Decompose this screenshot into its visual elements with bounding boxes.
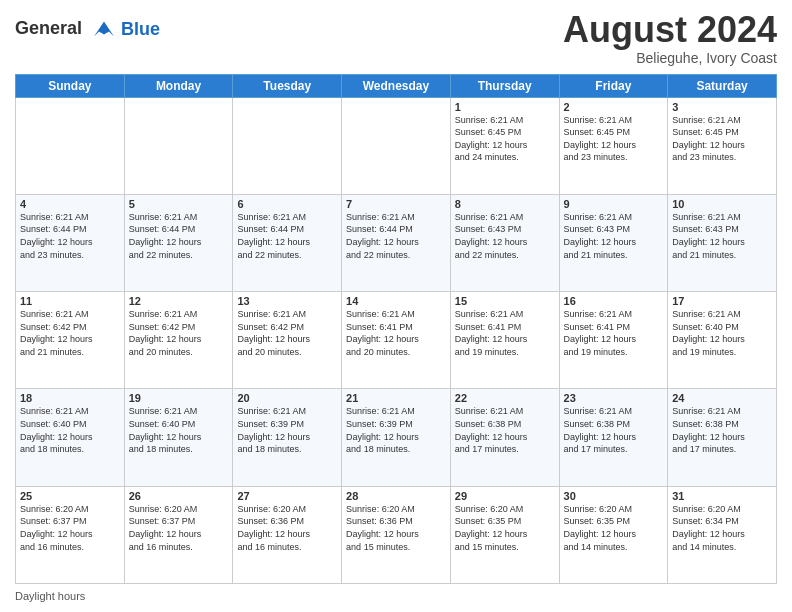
calendar-cell: 31Sunrise: 6:20 AM Sunset: 6:34 PM Dayli…: [668, 486, 777, 583]
cell-info: Sunrise: 6:21 AM Sunset: 6:43 PM Dayligh…: [564, 211, 664, 261]
calendar-cell: 20Sunrise: 6:21 AM Sunset: 6:39 PM Dayli…: [233, 389, 342, 486]
day-number: 18: [20, 392, 120, 404]
calendar-week-row: 11Sunrise: 6:21 AM Sunset: 6:42 PM Dayli…: [16, 292, 777, 389]
calendar-cell: 22Sunrise: 6:21 AM Sunset: 6:38 PM Dayli…: [450, 389, 559, 486]
calendar-cell: 23Sunrise: 6:21 AM Sunset: 6:38 PM Dayli…: [559, 389, 668, 486]
calendar-week-row: 1Sunrise: 6:21 AM Sunset: 6:45 PM Daylig…: [16, 97, 777, 194]
day-number: 6: [237, 198, 337, 210]
day-number: 12: [129, 295, 229, 307]
calendar-cell: 28Sunrise: 6:20 AM Sunset: 6:36 PM Dayli…: [342, 486, 451, 583]
cell-info: Sunrise: 6:21 AM Sunset: 6:38 PM Dayligh…: [672, 405, 772, 455]
calendar-cell: 13Sunrise: 6:21 AM Sunset: 6:42 PM Dayli…: [233, 292, 342, 389]
day-number: 9: [564, 198, 664, 210]
header: General Blue August 2024 Belieguhe, Ivor…: [15, 10, 777, 66]
calendar-cell: 19Sunrise: 6:21 AM Sunset: 6:40 PM Dayli…: [124, 389, 233, 486]
calendar-cell: 11Sunrise: 6:21 AM Sunset: 6:42 PM Dayli…: [16, 292, 125, 389]
calendar-cell: 1Sunrise: 6:21 AM Sunset: 6:45 PM Daylig…: [450, 97, 559, 194]
weekday-header: Monday: [124, 74, 233, 97]
weekday-header: Saturday: [668, 74, 777, 97]
day-number: 25: [20, 490, 120, 502]
cell-info: Sunrise: 6:21 AM Sunset: 6:45 PM Dayligh…: [672, 114, 772, 164]
cell-info: Sunrise: 6:21 AM Sunset: 6:38 PM Dayligh…: [455, 405, 555, 455]
weekday-header: Sunday: [16, 74, 125, 97]
day-number: 16: [564, 295, 664, 307]
calendar-page: General Blue August 2024 Belieguhe, Ivor…: [0, 0, 792, 612]
calendar-cell: 15Sunrise: 6:21 AM Sunset: 6:41 PM Dayli…: [450, 292, 559, 389]
cell-info: Sunrise: 6:21 AM Sunset: 6:40 PM Dayligh…: [129, 405, 229, 455]
cell-info: Sunrise: 6:20 AM Sunset: 6:37 PM Dayligh…: [129, 503, 229, 553]
cell-info: Sunrise: 6:20 AM Sunset: 6:36 PM Dayligh…: [237, 503, 337, 553]
weekday-header: Tuesday: [233, 74, 342, 97]
cell-info: Sunrise: 6:21 AM Sunset: 6:45 PM Dayligh…: [455, 114, 555, 164]
day-number: 26: [129, 490, 229, 502]
day-number: 30: [564, 490, 664, 502]
day-number: 19: [129, 392, 229, 404]
title-section: August 2024 Belieguhe, Ivory Coast: [563, 10, 777, 66]
day-number: 4: [20, 198, 120, 210]
cell-info: Sunrise: 6:21 AM Sunset: 6:41 PM Dayligh…: [455, 308, 555, 358]
calendar-cell: 10Sunrise: 6:21 AM Sunset: 6:43 PM Dayli…: [668, 194, 777, 291]
cell-info: Sunrise: 6:21 AM Sunset: 6:38 PM Dayligh…: [564, 405, 664, 455]
cell-info: Sunrise: 6:20 AM Sunset: 6:35 PM Dayligh…: [455, 503, 555, 553]
calendar-cell: 30Sunrise: 6:20 AM Sunset: 6:35 PM Dayli…: [559, 486, 668, 583]
calendar-cell: [233, 97, 342, 194]
cell-info: Sunrise: 6:21 AM Sunset: 6:42 PM Dayligh…: [237, 308, 337, 358]
calendar-cell: 12Sunrise: 6:21 AM Sunset: 6:42 PM Dayli…: [124, 292, 233, 389]
cell-info: Sunrise: 6:20 AM Sunset: 6:37 PM Dayligh…: [20, 503, 120, 553]
logo: General Blue: [15, 14, 160, 44]
weekday-header: Thursday: [450, 74, 559, 97]
header-row: SundayMondayTuesdayWednesdayThursdayFrid…: [16, 74, 777, 97]
cell-info: Sunrise: 6:21 AM Sunset: 6:44 PM Dayligh…: [346, 211, 446, 261]
day-number: 1: [455, 101, 555, 113]
calendar-week-row: 18Sunrise: 6:21 AM Sunset: 6:40 PM Dayli…: [16, 389, 777, 486]
month-title: August 2024: [563, 10, 777, 50]
day-number: 3: [672, 101, 772, 113]
day-number: 29: [455, 490, 555, 502]
calendar-cell: 8Sunrise: 6:21 AM Sunset: 6:43 PM Daylig…: [450, 194, 559, 291]
footer: Daylight hours: [15, 590, 777, 602]
cell-info: Sunrise: 6:21 AM Sunset: 6:43 PM Dayligh…: [455, 211, 555, 261]
calendar-cell: 9Sunrise: 6:21 AM Sunset: 6:43 PM Daylig…: [559, 194, 668, 291]
calendar-cell: [16, 97, 125, 194]
day-number: 2: [564, 101, 664, 113]
cell-info: Sunrise: 6:21 AM Sunset: 6:39 PM Dayligh…: [237, 405, 337, 455]
location: Belieguhe, Ivory Coast: [563, 50, 777, 66]
day-number: 23: [564, 392, 664, 404]
cell-info: Sunrise: 6:21 AM Sunset: 6:44 PM Dayligh…: [237, 211, 337, 261]
calendar-cell: 5Sunrise: 6:21 AM Sunset: 6:44 PM Daylig…: [124, 194, 233, 291]
day-number: 10: [672, 198, 772, 210]
cell-info: Sunrise: 6:20 AM Sunset: 6:35 PM Dayligh…: [564, 503, 664, 553]
calendar-cell: 26Sunrise: 6:20 AM Sunset: 6:37 PM Dayli…: [124, 486, 233, 583]
daylight-label: Daylight hours: [15, 590, 85, 602]
cell-info: Sunrise: 6:21 AM Sunset: 6:44 PM Dayligh…: [129, 211, 229, 261]
day-number: 14: [346, 295, 446, 307]
calendar-cell: [342, 97, 451, 194]
day-number: 17: [672, 295, 772, 307]
logo-bird-icon: [89, 14, 119, 44]
calendar-cell: 6Sunrise: 6:21 AM Sunset: 6:44 PM Daylig…: [233, 194, 342, 291]
weekday-header: Wednesday: [342, 74, 451, 97]
calendar-cell: 29Sunrise: 6:20 AM Sunset: 6:35 PM Dayli…: [450, 486, 559, 583]
cell-info: Sunrise: 6:21 AM Sunset: 6:41 PM Dayligh…: [346, 308, 446, 358]
calendar-table: SundayMondayTuesdayWednesdayThursdayFrid…: [15, 74, 777, 584]
day-number: 20: [237, 392, 337, 404]
calendar-cell: 21Sunrise: 6:21 AM Sunset: 6:39 PM Dayli…: [342, 389, 451, 486]
calendar-week-row: 25Sunrise: 6:20 AM Sunset: 6:37 PM Dayli…: [16, 486, 777, 583]
calendar-cell: 4Sunrise: 6:21 AM Sunset: 6:44 PM Daylig…: [16, 194, 125, 291]
calendar-cell: 24Sunrise: 6:21 AM Sunset: 6:38 PM Dayli…: [668, 389, 777, 486]
cell-info: Sunrise: 6:21 AM Sunset: 6:39 PM Dayligh…: [346, 405, 446, 455]
cell-info: Sunrise: 6:21 AM Sunset: 6:41 PM Dayligh…: [564, 308, 664, 358]
calendar-cell: 2Sunrise: 6:21 AM Sunset: 6:45 PM Daylig…: [559, 97, 668, 194]
day-number: 28: [346, 490, 446, 502]
day-number: 27: [237, 490, 337, 502]
day-number: 7: [346, 198, 446, 210]
calendar-cell: 16Sunrise: 6:21 AM Sunset: 6:41 PM Dayli…: [559, 292, 668, 389]
calendar-cell: 27Sunrise: 6:20 AM Sunset: 6:36 PM Dayli…: [233, 486, 342, 583]
cell-info: Sunrise: 6:21 AM Sunset: 6:43 PM Dayligh…: [672, 211, 772, 261]
logo-blue: Blue: [121, 19, 160, 40]
calendar-cell: [124, 97, 233, 194]
day-number: 31: [672, 490, 772, 502]
cell-info: Sunrise: 6:21 AM Sunset: 6:42 PM Dayligh…: [20, 308, 120, 358]
cell-info: Sunrise: 6:21 AM Sunset: 6:40 PM Dayligh…: [20, 405, 120, 455]
day-number: 11: [20, 295, 120, 307]
